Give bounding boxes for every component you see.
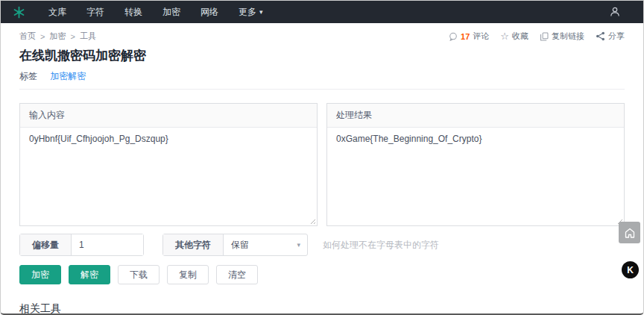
star-icon: ☆	[500, 32, 509, 40]
selected-option: 保留	[231, 239, 249, 252]
result-textarea[interactable]: 0xGame{The_Beginning_Of_Crypto}	[327, 128, 624, 225]
result-panel-header: 处理结果	[327, 104, 624, 128]
comment-count: 17	[461, 32, 470, 41]
chat-widget-button[interactable]: K	[622, 261, 639, 278]
breadcrumb-current: 工具	[80, 31, 96, 42]
top-navbar: 文库 字符 转换 加密 网络 更多 ▾	[1, 1, 643, 23]
other-chars-group: 其他字符 保留 ▾	[162, 234, 308, 256]
decrypt-button[interactable]: 解密	[69, 265, 110, 284]
copy-button[interactable]: 复制	[167, 265, 209, 284]
chevron-down-icon: ▾	[297, 241, 300, 249]
nav-item-jiami[interactable]: 加密	[162, 1, 180, 23]
action-buttons-row: 加密 解密 下载 复制 清空	[19, 265, 625, 284]
other-chars-label: 其他字符	[163, 234, 224, 255]
share-button[interactable]: 分享	[596, 31, 625, 42]
nav-item-zhuanhuan[interactable]: 转换	[124, 1, 142, 23]
breadcrumb-separator: >	[40, 32, 45, 41]
favorite-button[interactable]: ☆ 收藏	[500, 31, 528, 42]
page-title: 在线凯撒密码加密解密	[19, 47, 625, 64]
breadcrumb: 首页 > 加密 > 工具	[19, 31, 96, 42]
tag-link-encrypt-decrypt[interactable]: 加密解密	[50, 71, 86, 81]
back-to-home-button[interactable]	[619, 222, 640, 243]
tags-label: 标签	[19, 71, 37, 81]
user-account-button[interactable]	[609, 6, 631, 18]
main-content: 首页 > 加密 > 工具 17 评论 ☆ 收藏	[1, 31, 643, 315]
breadcrumb-home[interactable]: 首页	[19, 31, 36, 42]
offset-label: 偏移量	[20, 234, 72, 255]
user-icon	[609, 6, 621, 18]
share-icon	[596, 31, 605, 41]
page-actions: 17 评论 ☆ 收藏 复制链接	[449, 31, 625, 42]
tags-row: 标签 加密解密	[19, 70, 625, 90]
input-textarea[interactable]: 0yHbnf{Uif_Cfhjoojoh_Pg_Dszqup}	[20, 128, 317, 225]
nav-item-more[interactable]: 更多 ▾	[239, 1, 263, 23]
site-logo-snowflake-icon[interactable]	[13, 6, 25, 19]
browser-window: 文库 字符 转换 加密 网络 更多 ▾ 首页 > 加密 > 工具	[0, 0, 644, 315]
input-panel-header: 输入内容	[20, 104, 317, 128]
breadcrumb-separator: >	[70, 32, 75, 41]
clear-button[interactable]: 清空	[216, 265, 258, 284]
controls-row: 偏移量 其他字符 保留 ▾ 如何处理不在字母表中的字符	[19, 234, 625, 256]
nav-item-wangluo[interactable]: 网络	[201, 1, 218, 23]
breadcrumb-encrypt[interactable]: 加密	[49, 31, 66, 42]
related-tools-title: 相关工具	[19, 302, 625, 315]
copy-link-button[interactable]: 复制链接	[540, 31, 584, 42]
nav-item-wenku[interactable]: 文库	[48, 1, 66, 23]
download-button[interactable]: 下载	[118, 265, 160, 284]
encrypt-button[interactable]: 加密	[19, 265, 61, 284]
result-panel: 处理结果 0xGame{The_Beginning_Of_Crypto}	[326, 103, 625, 226]
nav-item-zifu[interactable]: 字符	[86, 1, 104, 23]
input-panel: 输入内容 0yHbnf{Uif_Cfhjoojoh_Pg_Dszqup}	[19, 103, 318, 226]
comments-link[interactable]: 17 评论	[449, 31, 489, 42]
other-chars-hint: 如何处理不在字母表中的字符	[323, 239, 439, 252]
copy-icon	[540, 32, 549, 41]
io-panels: 输入内容 0yHbnf{Uif_Cfhjoojoh_Pg_Dszqup} 处理结…	[19, 103, 625, 226]
comment-icon	[449, 32, 458, 41]
offset-input[interactable]	[72, 234, 143, 255]
other-chars-select[interactable]: 保留 ▾	[224, 234, 307, 255]
chevron-down-icon: ▾	[259, 1, 263, 23]
home-icon	[623, 226, 637, 240]
offset-input-group: 偏移量	[19, 234, 144, 256]
breadcrumb-row: 首页 > 加密 > 工具 17 评论 ☆ 收藏	[19, 31, 625, 42]
